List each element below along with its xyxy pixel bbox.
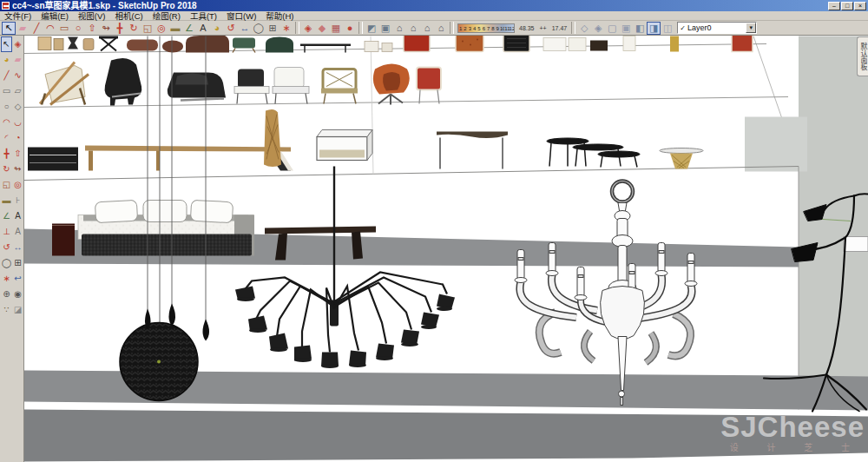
arc-tool[interactable]: ◠ [1,115,12,130]
scale-tool[interactable]: ◱ [141,22,155,35]
follow-me-tool[interactable]: ↬ [12,162,23,177]
polygon-tool[interactable]: ◇ [12,99,23,115]
protractor-tool[interactable]: ∠ [182,22,196,35]
back-edges-style-button[interactable]: ◈ [591,22,605,35]
section-plane-tool[interactable]: ◪ [12,302,23,318]
menu-item[interactable]: 视图(V) [78,10,106,22]
zoom-tool[interactable]: ◯ [252,22,266,35]
walk-tool[interactable]: ∵ [1,302,12,318]
follow-me-tool[interactable]: ↬ [99,22,113,35]
leather-pouf [127,40,158,51]
move-tool[interactable]: ╋ [113,22,127,35]
maximize-button[interactable]: □ [841,2,853,10]
pan-tool[interactable]: ↔ [12,240,23,255]
black-mesh-chair [503,36,529,52]
menu-item[interactable]: 工具(T) [190,10,217,22]
model-viewport[interactable]: 默认面板 SJCheese 设 计 芝 士 [24,36,868,462]
menu-item[interactable]: 绘图(R) [153,10,181,22]
circle-tool[interactable]: ○ [1,99,12,115]
text-tool[interactable]: A [196,22,210,35]
eraser-tool[interactable]: ▰ [12,52,23,68]
wireframe-style-button[interactable]: ▢ [605,22,619,35]
rotated-rectangle-tool[interactable]: ▱ [12,83,23,99]
make-component-button[interactable]: ◈ [301,22,315,35]
zoom-tool[interactable]: ◯ [1,255,12,271]
push-pull-tool[interactable]: ⇧ [85,22,99,35]
zoom-window-tool[interactable]: ⊞ [12,255,23,271]
menu-item[interactable]: 帮助(H) [266,10,293,22]
menu-item[interactable]: 相机(C) [115,10,142,22]
left-view-button[interactable]: ⌂ [434,22,448,35]
dark-cabinet[interactable] [52,224,75,256]
arc-tool[interactable]: ◠ [43,22,57,35]
section-plane-button[interactable]: ▦ [329,22,343,35]
pie-tool[interactable]: ◔ [12,130,23,146]
select-tool[interactable]: ↖ [1,36,12,52]
freehand-tool[interactable]: ∿ [12,68,23,83]
white-unit [569,38,586,51]
menu-item[interactable]: 文件(F) [4,10,31,22]
dimension-tool[interactable]: ⊦ [12,193,23,208]
face-styles-section: ◇◈▢▣◧◨◫ [577,22,674,35]
circle-tool[interactable]: ○ [71,22,85,35]
menu-item[interactable]: 窗口(W) [227,10,256,22]
picture-frame[interactable] [844,237,868,252]
x-ray-style-button[interactable]: ◇ [577,22,591,35]
zoom-window-tool[interactable]: ⊞ [266,22,279,35]
front-view-button[interactable]: ⌂ [392,22,406,35]
tape-measure-tool[interactable]: ▬ [1,193,12,208]
paint-bucket-tool[interactable]: ◕ [210,22,224,35]
protractor-tool[interactable]: ∠ [1,208,12,224]
strip-plus-buttons[interactable]: ++ [540,25,547,31]
offset-tool[interactable]: ◎ [155,22,168,35]
menu-item[interactable]: 编辑(E) [41,10,69,22]
zoom-extents-tool[interactable]: ∗ [279,22,293,35]
white-sofa[interactable] [78,200,254,255]
toolbar-divider [450,22,454,34]
right-view-button[interactable]: ⌂ [406,22,420,35]
pan-tool[interactable]: ↔ [238,22,252,35]
chevron-down-icon[interactable]: ▾ [746,23,756,33]
two-point-arc-tool[interactable]: ◡ [12,115,23,130]
push-pull-tool[interactable]: ⇧ [12,146,23,162]
look-around-tool[interactable]: ◉ [12,287,23,302]
make-component-tool[interactable]: ◈ [12,36,23,52]
monochrome-style-button[interactable]: ◫ [661,22,674,35]
section-fill-button[interactable]: ● [343,22,357,35]
position-camera-tool[interactable]: ⊕ [1,287,12,302]
zoom-extents-tool[interactable]: ∗ [1,271,12,287]
back-view-button[interactable]: ⌂ [420,22,434,35]
move-tool[interactable]: ╋ [1,146,12,162]
iso-view-button[interactable]: ◩ [365,22,378,35]
previous-view-tool[interactable]: ↩ [12,271,23,287]
scene-number[interactable]: 12 [510,24,514,32]
3d-text-tool[interactable]: A [12,224,23,240]
rotate-tool[interactable]: ↻ [127,22,141,35]
layer-dropdown[interactable]: ✓ Layer0 ▾ [677,22,757,34]
orbit-tool[interactable]: ↺ [224,22,238,35]
close-button[interactable]: × [854,2,866,10]
line-tool[interactable]: ╱ [1,68,12,83]
scale-tool[interactable]: ◱ [1,177,12,193]
shaded-textures-style-button[interactable]: ◨ [647,22,661,35]
paint-bucket-tool[interactable]: ◕ [1,52,12,68]
default-tray-tab[interactable]: 默认面板 [857,36,868,76]
rotate-tool[interactable]: ↻ [1,162,12,177]
rectangle-tool[interactable]: ▭ [57,22,71,35]
minimize-button[interactable]: – [828,2,840,10]
shaded-style-button[interactable]: ◧ [633,22,647,35]
scene-canvas[interactable] [24,36,868,462]
top-view-button[interactable]: ▣ [378,22,392,35]
select-tool[interactable]: ↖ [2,22,16,35]
offset-tool[interactable]: ◎ [12,177,23,193]
orbit-tool[interactable]: ↺ [1,240,12,255]
tape-measure-tool[interactable]: ▬ [168,22,182,35]
hidden-line-style-button[interactable]: ▣ [619,22,633,35]
axes-tool[interactable]: ⊥ [1,224,12,240]
rectangle-tool[interactable]: ▭ [1,83,12,99]
text-tool[interactable]: A [12,208,23,224]
make-group-button[interactable]: ◆ [315,22,329,35]
line-tool[interactable]: ╱ [30,22,43,35]
eraser-tool[interactable]: ▰ [16,22,30,35]
three-point-arc-tool[interactable]: ◜ [1,130,12,146]
